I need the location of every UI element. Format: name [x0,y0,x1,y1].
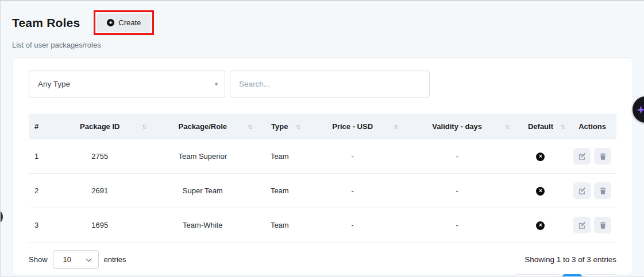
delete-button[interactable] [594,148,611,165]
sort-icon: ⇅ [506,123,510,130]
cell-default: × [513,174,568,208]
cell-actions [568,139,616,174]
cell-type: Team [256,174,304,208]
team-roles-page: Team Roles + Create List of user package… [0,0,644,277]
page-header: Team Roles + Create List of user package… [1,1,644,49]
chevron-down-icon: ▾ [215,81,218,87]
delete-button[interactable] [594,217,611,233]
cell-validity: - [402,208,513,243]
edit-pencil-icon [578,221,586,229]
column-header-package-id[interactable]: Package ID ⇅ [50,114,150,139]
column-header-default[interactable]: Default ⇅ [513,114,568,139]
edit-button[interactable] [573,217,591,233]
pagination-page-1-button[interactable]: 1 [562,274,582,277]
cell-price: - [304,208,402,243]
cell-package-role: Team-White [150,208,256,243]
show-label: Show [29,255,48,264]
cell-validity: - [402,174,513,208]
trash-icon [599,221,607,229]
table-row: 1 2755 Team Superior Team - - × [29,139,616,174]
cell-num: 3 [29,208,50,243]
cell-default: × [513,208,568,243]
edge-widget-button[interactable] [0,209,3,225]
cell-validity: - [402,139,513,174]
cell-package-id: 2755 [50,139,150,174]
column-header-validity[interactable]: Validity - days ⇅ [402,114,513,139]
entries-select[interactable]: 10 [53,250,99,269]
type-filter-select[interactable]: Any Type ▾ [29,71,225,97]
roles-table: # Package ID ⇅ Package/Role ⇅ Type ⇅ Pr [29,114,616,243]
table-header-row: # Package ID ⇅ Package/Role ⇅ Type ⇅ Pr [29,114,616,139]
column-header-type[interactable]: Type ⇅ [256,114,304,139]
sort-icon: ⇅ [394,123,398,130]
create-button-label: Create [118,18,141,27]
edit-button[interactable] [573,182,591,199]
pagination-next-button[interactable]: Next [584,274,616,277]
times-circle-icon: × [536,187,545,196]
chevron-down-icon [86,256,91,262]
column-header-actions: Actions [568,114,616,139]
page-subtitle: List of user packages/roles [12,41,633,49]
sort-icon: ⇅ [142,123,146,130]
filter-row: Any Type ▾ [29,71,616,97]
showing-entries-text: Showing 1 to 3 of 3 entries [525,255,616,264]
cell-actions [568,208,616,243]
sort-icon: ⇅ [561,123,565,130]
column-header-price[interactable]: Price - USD ⇅ [304,114,402,139]
cell-package-role: Team Superior [150,139,256,174]
times-circle-icon: × [536,153,545,161]
entries-select-value: 10 [63,255,71,264]
trash-icon [599,187,607,195]
page-title: Team Roles [12,16,80,30]
roles-card: Any Type ▾ # Package ID ⇅ Package/Role ⇅ [12,57,633,275]
type-filter-value: Any Type [38,80,70,88]
cell-package-role: Super Team [150,174,256,208]
entries-label: entries [104,255,126,264]
column-header-package-role[interactable]: Package/Role ⇅ [150,114,256,139]
times-circle-icon: × [536,221,545,230]
sort-icon: ⇅ [296,123,300,130]
pagination: Previous 1 Next [514,274,616,277]
delete-button[interactable] [594,182,611,199]
column-header-num: # [29,114,50,139]
table-row: 2 2691 Super Team Team - - × [29,174,616,208]
pagination-previous-button[interactable]: Previous [514,274,561,277]
sparkle-icon [637,106,644,114]
cell-package-id: 1695 [50,208,150,243]
cell-type: Team [256,208,304,243]
cell-price: - [304,139,402,174]
create-button[interactable]: + Create [97,14,151,32]
cell-num: 1 [29,139,50,174]
trash-icon [599,153,607,161]
cell-type: Team [256,139,304,174]
cell-price: - [304,174,402,208]
page-size-control: Show 10 entries [29,250,126,269]
cell-default: × [513,139,568,174]
edit-button[interactable] [573,148,591,165]
cell-package-id: 2691 [50,174,150,208]
create-button-annotation: + Create [94,10,154,35]
plus-circle-icon: + [107,19,114,26]
edit-pencil-icon [578,187,586,195]
search-input[interactable] [230,71,430,97]
cell-actions [568,174,616,208]
table-row: 3 1695 Team-White Team - - × [29,208,616,243]
sort-icon: ⇅ [248,123,252,130]
edit-pencil-icon [578,153,586,161]
cell-num: 2 [29,174,50,208]
assistant-bubble-button[interactable] [633,96,644,123]
